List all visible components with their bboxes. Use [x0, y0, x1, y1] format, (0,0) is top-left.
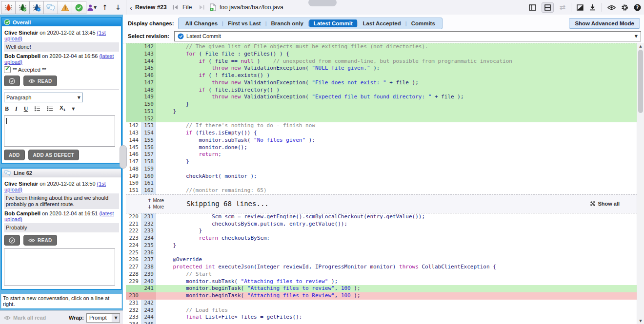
show-all-button[interactable]: Show all — [587, 200, 623, 207]
diff-row[interactable]: 223234 return checkoutsByScm; — [126, 235, 637, 242]
comments-sidebar: Overall Clive Sinclair on 2020-12-02 at … — [0, 15, 123, 310]
accept-button[interactable] — [72, 1, 86, 14]
diff-row[interactable]: 149160 checkAbort( monitor ); — [126, 173, 637, 180]
line62-comment-input[interactable] — [4, 248, 115, 286]
diff-row[interactable]: 152 — [126, 115, 637, 123]
conversations-button[interactable] — [43, 1, 58, 14]
next-comment-button[interactable]: ↓ — [113, 1, 123, 13]
user-menu-button[interactable]: ▼ — [86, 1, 98, 13]
diff-row[interactable]: 224235 } — [126, 242, 637, 249]
diff-row[interactable]: 146157 return; — [126, 151, 637, 158]
diff-row[interactable]: 144155 monitor.subTask( "No files given"… — [126, 137, 637, 144]
revision-select[interactable]: Latest Commit ▼ — [174, 31, 641, 41]
diff-row[interactable]: 145 throw new ValidationException( "NULL… — [126, 65, 637, 72]
display-mode-all-changes[interactable]: All Changes — [181, 19, 222, 27]
watch-eye-button[interactable] — [607, 5, 616, 10]
side-by-side-view-button[interactable] — [529, 4, 536, 11]
diff-row[interactable]: 142 // The given list of File objects mu… — [126, 43, 637, 51]
code-text: Scm scm = review.getEngine().scmByLocalC… — [156, 213, 637, 221]
line62-header[interactable]: Line 62 — [2, 169, 121, 177]
display-mode-latest-commit[interactable]: Latest Commit — [309, 19, 357, 27]
mark-all-read-button[interactable]: Mark all read — [4, 315, 46, 321]
sidebar-collapse-handle[interactable] — [120, 145, 127, 169]
paragraph-format-select[interactable]: Paragraph ▼ — [4, 93, 83, 102]
select-revision-label: Select revision: — [128, 33, 169, 39]
diff-row[interactable]: 143154 if (files.isEmpty()) { — [126, 130, 637, 137]
add-button[interactable]: ADD — [4, 150, 25, 160]
scroll-up-arrow[interactable]: ▲ — [637, 43, 644, 49]
diff-row[interactable]: 142153 // If there's nothing to do - fin… — [126, 122, 637, 130]
read-button[interactable]: READ — [23, 76, 57, 86]
diff-row[interactable]: 230 monitor.beginTask( "Attaching files … — [126, 292, 637, 300]
settings-gear-button[interactable] — [621, 4, 628, 11]
diff-row[interactable]: 148159 — [126, 166, 637, 173]
overall-comment-input[interactable] — [4, 115, 115, 147]
diff-row[interactable]: 144 if ( file == null ) // unexpected fr… — [126, 58, 637, 65]
display-mode-branch-only[interactable]: Branch only — [267, 19, 308, 27]
diff-row[interactable]: 150161 — [126, 180, 637, 187]
diff-row[interactable]: 229240 monitor.subTask( "Attaching files… — [126, 278, 637, 286]
theme-contrast-button[interactable] — [577, 4, 584, 11]
defect-fixed-button[interactable] — [15, 1, 30, 14]
diff-row[interactable]: 232243 // Load files — [126, 307, 637, 314]
mark-read-check-button[interactable] — [4, 235, 20, 246]
diff-row[interactable]: 225236 — [126, 249, 637, 257]
diff-row[interactable]: 149 throw new ValidationException( "Expe… — [126, 94, 637, 101]
diff-row[interactable]: 147 throw new ValidationException( "File… — [126, 79, 637, 87]
overall-header[interactable]: Overall — [2, 18, 121, 26]
warnings-button[interactable] — [58, 1, 72, 14]
download-button[interactable] — [589, 4, 596, 11]
show-more-up-button[interactable]: ↑More — [147, 198, 164, 203]
diff-row[interactable]: 148 if ( file.isDirectory() ) — [126, 87, 637, 94]
diff-row[interactable]: 151 } — [126, 108, 637, 115]
diff-row[interactable]: 147158 } — [126, 158, 637, 166]
scroll-down-arrow[interactable]: ▼ — [637, 318, 644, 324]
chevron-down-icon[interactable]: ▼ — [72, 107, 75, 111]
diff-row[interactable]: 234245 — [126, 321, 637, 324]
bold-button[interactable]: B — [5, 105, 9, 113]
diff-row[interactable]: 226237 @Override — [126, 256, 637, 264]
read-button[interactable]: READ — [23, 235, 57, 246]
italic-button[interactable]: I — [15, 105, 18, 113]
ordered-list-button[interactable] — [34, 106, 40, 112]
scrollbar-thumb[interactable] — [638, 50, 643, 113]
mark-read-check-button[interactable] — [4, 76, 20, 86]
diff-row[interactable]: 233244 final List<File> files = getFiles… — [126, 314, 637, 321]
show-advanced-mode-button[interactable]: Show Advanced Mode — [569, 18, 640, 29]
previous-comment-button[interactable]: ↑ — [100, 1, 110, 13]
file-path[interactable]: foo java/bar/baz/foo.java — [220, 0, 283, 15]
underline-button[interactable]: U — [24, 105, 28, 113]
next-file-button[interactable] — [198, 1, 205, 13]
diff-row[interactable]: 150 } — [126, 101, 637, 108]
diff-row[interactable]: 241 monitor.beginTask( "Attaching files … — [126, 285, 637, 292]
defect-bug-button[interactable] — [1, 1, 16, 14]
diff-row[interactable]: 145156 monitor.done(); — [126, 144, 637, 152]
diff-row[interactable]: 222233 } — [126, 228, 637, 235]
diff-row[interactable]: 228239 // Start — [126, 271, 637, 278]
display-mode-first-vs-last[interactable]: First vs Last — [223, 19, 265, 27]
first-file-button[interactable] — [172, 1, 179, 13]
subscript-button[interactable]: X1 — [60, 105, 65, 112]
diff-row[interactable]: 221232 checkoutsByScm.put(scm, entry.get… — [126, 221, 637, 228]
new-line-number: 241 — [141, 285, 156, 292]
diff-row[interactable]: 151162 //(monitor remaining: 65) — [126, 187, 637, 194]
panel-title: Line 62 — [14, 170, 32, 176]
wrap-select[interactable]: Prompt ▼ — [86, 313, 120, 323]
display-mode-commits[interactable]: Commits — [407, 19, 440, 27]
unified-view-button[interactable] — [542, 2, 554, 13]
diff-row[interactable]: 220231 Scm scm = review.getEngine().scmB… — [126, 213, 637, 221]
diff-row[interactable]: 231242 — [126, 300, 637, 307]
back-to-review-link[interactable]: ‹ Review #23 — [130, 0, 167, 15]
diff-row[interactable]: 146 if ( ! file.exists() ) — [126, 72, 637, 79]
diff-row[interactable]: 227238 protected int executeJson(Integer… — [126, 264, 637, 271]
help-button[interactable]: ? — [634, 4, 641, 11]
add-as-defect-button[interactable]: ADD AS DEFECT — [28, 150, 80, 160]
vertical-scrollbar[interactable]: ▲ ▼ — [637, 43, 644, 324]
code-text — [156, 166, 637, 173]
defect-external-button[interactable] — [29, 1, 44, 14]
bullet-list-button[interactable] — [47, 106, 53, 112]
diff-row[interactable]: 143 for ( File file : getFiles() ) { — [126, 51, 637, 58]
show-more-down-button[interactable]: ↓More — [147, 204, 164, 210]
display-mode-last-accepted[interactable]: Last Accepted — [359, 19, 405, 27]
accepted-checkbox[interactable] — [4, 66, 11, 73]
